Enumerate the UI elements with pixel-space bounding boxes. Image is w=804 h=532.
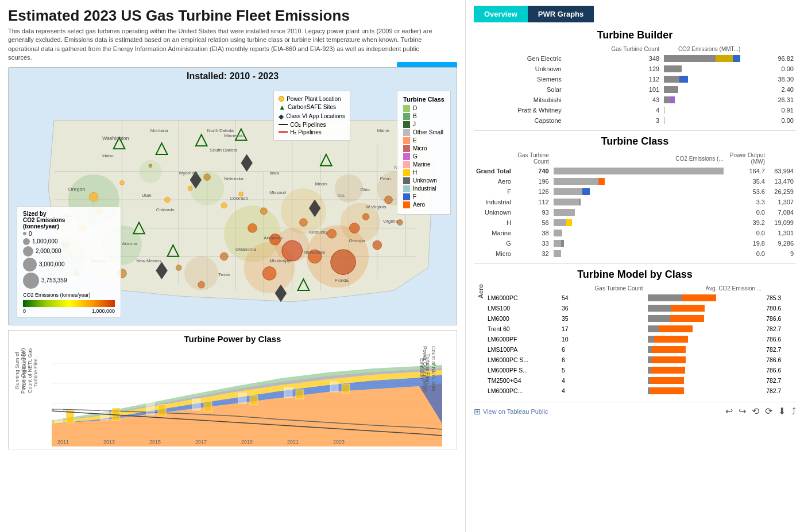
turbine-builder-row: Solar 101 2.40	[474, 84, 796, 95]
turbine-builder-row: Unknown 129 0.00	[474, 64, 796, 74]
bottom-chart-title: Turbine Power by Class	[9, 331, 457, 345]
overview-button[interactable]: Overview	[474, 6, 528, 22]
tc-row-label: H	[474, 218, 513, 228]
tc-row-count: 56	[513, 218, 551, 228]
share-icon[interactable]: ⤴	[791, 406, 796, 417]
turbine-model-table: Gas Turbine Count Avg. CO2 Emission ... …	[485, 284, 796, 396]
tm-row-label: LM6000PC...	[485, 386, 559, 396]
svg-text:Georgia: Georgia	[349, 238, 365, 243]
tableau-link-text[interactable]: View on Tableau Public	[483, 408, 548, 415]
svg-point-27	[335, 174, 363, 202]
tb-row-label: Pratt & Whitney	[474, 105, 564, 115]
tc-d: D	[413, 105, 417, 111]
page-subtitle: This data represents select gas turbines…	[8, 27, 444, 63]
svg-text:Wyoming: Wyoming	[179, 170, 198, 175]
tb-row-val: 26.31	[743, 95, 796, 105]
svg-point-50	[373, 240, 382, 250]
tm-row-val: 782.7	[764, 375, 796, 386]
tm-row-label: LMS100PA	[485, 344, 559, 355]
redo-icon[interactable]: ↪	[739, 406, 746, 417]
tb-row-bar	[662, 74, 743, 84]
tm-row-bar	[645, 293, 764, 303]
turbine-class-row: Marine 38 0.0 1,301	[474, 228, 796, 238]
tb-row-bar	[662, 115, 743, 126]
legend-power-plant: Power Plant Location	[287, 96, 341, 102]
tb-row-count: 101	[564, 84, 662, 95]
legend-h2-pipelines: H₂ Pipelines	[290, 129, 322, 135]
svg-rect-124	[250, 395, 258, 405]
tc-h: H	[413, 169, 417, 176]
bottom-chart-svg: 20K 10K 0K	[52, 346, 442, 446]
co2-gradient	[23, 300, 115, 307]
svg-text:Mississippi: Mississippi	[269, 258, 291, 263]
svg-rect-127	[330, 382, 338, 392]
co2-min: 0	[23, 308, 26, 314]
svg-point-37	[204, 173, 211, 180]
svg-point-52	[397, 219, 403, 225]
tableau-icon: ⊞	[474, 407, 481, 416]
tc-row-label: Industrial	[474, 197, 513, 207]
tc-col-power: Power Output (MW)	[726, 151, 767, 166]
tb-row-count: 4	[564, 105, 662, 115]
svg-text:Washington: Washington	[102, 135, 129, 141]
svg-text:Utah: Utah	[142, 193, 152, 198]
turbine-model-row: LM6000PC S... 6 786.6	[485, 355, 796, 365]
svg-text:W.Virginia: W.Virginia	[366, 204, 386, 209]
tm-row-count: 36	[559, 303, 645, 313]
tc-row-power: 7,084	[767, 207, 796, 218]
svg-rect-117	[100, 406, 109, 420]
tm-row-bar	[645, 344, 764, 355]
download-icon[interactable]: ⬇	[778, 406, 786, 417]
svg-text:2011: 2011	[57, 439, 69, 445]
tc-col-co2: CO2 Emissions (...	[551, 151, 726, 166]
tc-unknown: Unknown	[413, 177, 437, 184]
tc-row-bar	[551, 166, 726, 176]
turbine-class-row: Unknown 93 0.0 7,084	[474, 207, 796, 218]
tc-row-count: 38	[513, 228, 551, 238]
svg-text:Florida: Florida	[335, 278, 349, 283]
tc-row-count: 33	[513, 238, 551, 248]
svg-text:2019: 2019	[241, 439, 253, 445]
tc-row-label: Marine	[474, 228, 513, 238]
undo-icon[interactable]: ↩	[725, 406, 733, 417]
tm-row-count: 6	[559, 344, 645, 355]
tc-col-count: Gas Turbine Count	[513, 151, 551, 166]
tc-row-power: 1,301	[767, 228, 796, 238]
turbine-model-row: LM6000PF 10 786.6	[485, 334, 796, 344]
turbine-builder-row: Pratt & Whitney 4 0.91	[474, 105, 796, 115]
turbine-class-table: Gas Turbine Count CO2 Emissions (... Pow…	[474, 151, 796, 259]
tb-col-label	[474, 45, 564, 53]
svg-text:Oklahoma: Oklahoma	[235, 246, 257, 251]
size-0: 0	[29, 231, 32, 237]
svg-point-40	[248, 223, 257, 232]
tc-row-bar	[551, 197, 726, 207]
tb-row-bar	[662, 95, 743, 105]
legend-class6: Class VI App Locations	[286, 113, 345, 119]
tm-col-label	[485, 284, 559, 293]
svg-text:Maine: Maine	[377, 127, 390, 133]
tb-col-count: Gas Turbine Count	[564, 45, 662, 53]
turbine-builder-row: Capstone 3 0.00	[474, 115, 796, 126]
refresh-icon[interactable]: ⟳	[765, 406, 772, 417]
revert-icon[interactable]: ⟲	[752, 406, 759, 417]
pwr-graphs-button[interactable]: PWR Graphs	[528, 6, 594, 22]
tm-row-bar	[645, 355, 764, 365]
tb-row-label: Unknown	[474, 64, 564, 74]
svg-point-41	[260, 207, 267, 214]
tc-row-count: 32	[513, 248, 551, 259]
svg-point-54	[262, 266, 276, 280]
svg-point-55	[220, 252, 228, 260]
tm-row-val: 785.3	[764, 293, 796, 303]
tc-row-label: Unknown	[474, 207, 513, 218]
tableau-link[interactable]: ⊞ View on Tableau Public	[474, 407, 548, 416]
svg-text:2015: 2015	[149, 439, 161, 445]
tb-row-count: 348	[564, 53, 662, 64]
turbine-model-row: LM6000PF S... 5 786.6	[485, 365, 796, 375]
svg-text:Penn.: Penn.	[380, 176, 392, 181]
tc-row-label: G	[474, 238, 513, 248]
svg-point-30	[89, 192, 98, 201]
tm-row-label: Trent 60	[485, 324, 559, 334]
tc-row-co2: 39.2	[726, 218, 767, 228]
turbine-class-row: Grand Total 740 164.7 83,994	[474, 166, 796, 176]
tc-col-label	[474, 151, 513, 166]
